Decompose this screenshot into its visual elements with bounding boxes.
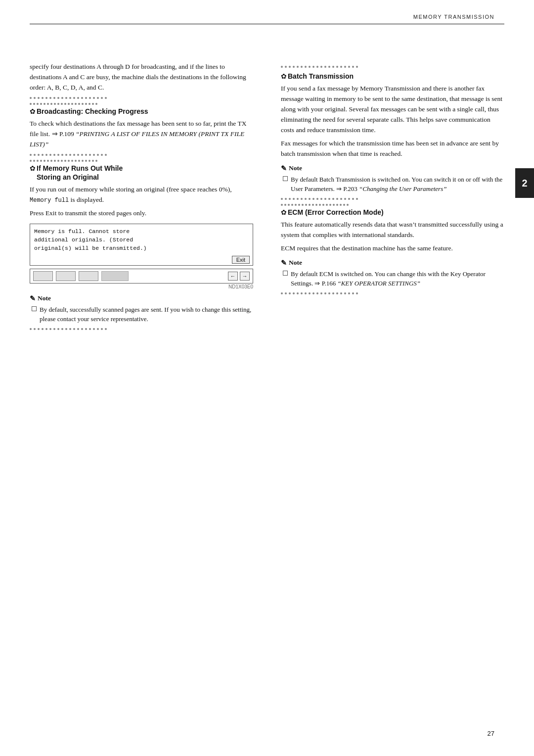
note2-checkbox [283,176,288,181]
nav-arrow-right[interactable]: → [240,272,250,281]
dots-separator-1b [30,103,253,105]
exit-button[interactable]: Exit [232,256,250,264]
section3-heading: ✿ Batch Transmission [281,72,504,81]
header-title: Memory Transmission [413,14,494,20]
section1-heading: ✿ Broadcasting: Checking Progress [30,107,253,116]
note1-title: ✎ Note [30,294,253,303]
note3-checkbox [283,271,288,276]
screen-footer: Exit [30,255,253,265]
section2-heading: ✿ If Memory Runs Out While Storing an Or… [30,164,253,182]
columns: specify four destinations A through D fo… [0,62,534,334]
memory-full-code: Memory full [30,197,69,204]
page-header: Memory Transmission [413,14,494,20]
note1: ✎ Note By default, successfully scanned … [30,294,253,324]
dots-right-mid [281,198,504,200]
btn-slot-3 [79,271,98,281]
dots-right-top [281,66,504,68]
section3-icon: ✿ [281,72,287,81]
image-label: ND1X03E0 [30,284,253,289]
section3-body1: If you send a fax message by Memory Tran… [281,84,504,136]
note1-icon: ✎ [30,294,36,303]
section1-body: To check which destinations the fax mess… [30,119,253,150]
section2-body1: If you run out of memory while storing a… [30,185,253,205]
note3-title: ✎ Note [281,259,504,267]
dots-separator-2 [30,154,253,156]
left-column: specify four destinations A through D fo… [30,62,267,334]
section4-icon: ✿ [281,208,287,217]
note2: ✎ Note By default Batch Transmission is … [281,164,504,194]
section2-title: If Memory Runs Out While Storing an Orig… [37,164,123,182]
screen-body: Memory is full. Cannot store additional … [30,224,253,255]
screen-line1: Memory is full. Cannot store [34,227,249,236]
nav-arrow-left[interactable]: ← [228,272,238,281]
section4-body2: ECM requires that the destination machin… [281,243,504,254]
note2-arrow: ⇒ [336,185,343,192]
note2-icon: ✎ [281,164,287,173]
section2-icon: ✿ [30,164,36,173]
section4-title: ECM (Error Correction Mode) [288,208,384,217]
section2-body2: Press Exit to transmit the stored pages … [30,208,253,219]
header-rule [30,24,504,24]
section1-arrow: ⇒ [52,130,59,138]
screen-mockup: Memory is full. Cannot store additional … [30,224,253,266]
note2-title: ✎ Note [281,164,504,173]
section3-title: Batch Transmission [288,72,354,81]
nav-arrows: ← → [228,272,250,281]
side-tab: 2 [515,168,534,198]
note3-icon: ✎ [281,259,287,267]
section4-body1: This feature automatically resends data … [281,220,504,240]
btn-slot-1 [33,271,53,281]
btn-slot-2 [56,271,76,281]
section4-heading: ✿ ECM (Error Correction Mode) [281,208,504,217]
page: Memory Transmission 2 27 specify four de… [0,0,534,756]
section3-body2: Fax messages for which the transmission … [281,139,504,159]
note1-item1: By default, successfully scanned pages a… [30,305,253,324]
dots-right-bottom [281,292,504,294]
note1-checkbox [32,306,37,311]
button-bar-mockup: ← → [30,269,253,284]
note3: ✎ Note By default ECM is switched on. Yo… [281,259,504,288]
note3-arrow: ⇒ [314,280,321,287]
dots-separator-2b [30,160,253,162]
page-number: 27 [488,730,494,737]
dots-separator-1 [30,97,253,99]
btn-slot-wide [101,271,129,281]
dots-separator-3 [30,328,253,330]
right-column: ✿ Batch Transmission If you send a fax m… [267,62,504,334]
screen-line2: additional originals. (Stored [34,236,249,244]
dots-right-mid2 [281,204,504,206]
section1-icon: ✿ [30,107,36,116]
note2-item1: By default Batch Transmission is switche… [281,175,504,194]
section1-title: Broadcasting: Checking Progress [37,107,148,116]
screen-line3: original(s) will be transmitted.) [34,244,249,252]
note3-item1: By default ECM is switched on. You can c… [281,269,504,288]
intro-text: specify four destinations A through D fo… [30,62,253,93]
